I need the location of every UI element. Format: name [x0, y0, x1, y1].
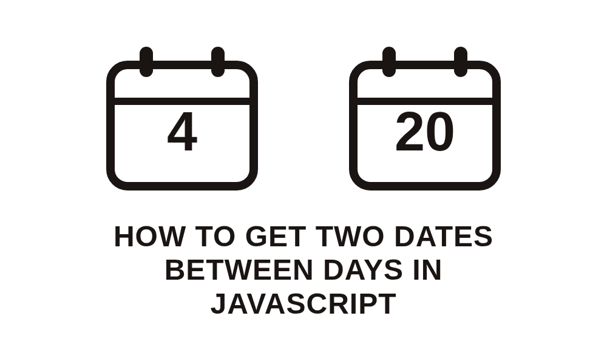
title-line-1: HOW TO GET TWO DATES [114, 220, 493, 253]
title-line-2: BETWEEN DAYS IN [114, 253, 493, 286]
title-line-3: JAVASCRIPT [114, 287, 493, 320]
svg-rect-7 [454, 47, 467, 77]
svg-rect-6 [382, 47, 396, 77]
calendar-day-number: 20 [395, 101, 455, 163]
svg-rect-2 [140, 47, 153, 77]
calendar-icon-left: 4 [103, 44, 261, 195]
calendar-icons-row: 4 20 [103, 44, 504, 195]
calendar-icon-right: 20 [346, 44, 504, 195]
page-title: HOW TO GET TWO DATES BETWEEN DAYS IN JAV… [114, 220, 493, 320]
calendar-day-number: 4 [167, 101, 197, 163]
svg-rect-3 [211, 47, 225, 77]
